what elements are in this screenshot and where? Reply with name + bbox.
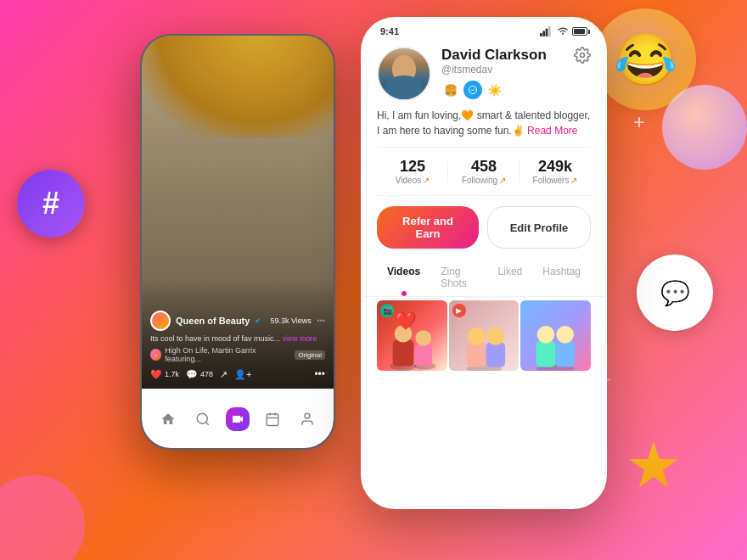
- video-caption: Its cool to have in mood of fav music...…: [150, 334, 325, 343]
- more-action[interactable]: •••: [314, 368, 325, 380]
- more-options[interactable]: •••: [317, 316, 325, 325]
- tab-zing-shots[interactable]: Zing Shots: [430, 259, 487, 296]
- svg-rect-1: [267, 414, 278, 426]
- view-more-link[interactable]: view more: [283, 334, 317, 343]
- profile-avatar: [377, 47, 431, 101]
- video-actions-row: ❤️ 1.7k 💬 478 ↗ 👤+ •••: [150, 368, 325, 380]
- following-label: Following ↗: [448, 176, 520, 185]
- svg-point-10: [581, 53, 585, 58]
- svg-point-25: [537, 326, 555, 344]
- nav-calendar[interactable]: [261, 407, 284, 431]
- edit-profile-button[interactable]: Edit Profile: [487, 206, 591, 249]
- svg-rect-9: [548, 26, 551, 36]
- svg-rect-24: [536, 341, 556, 367]
- svg-point-22: [486, 328, 504, 345]
- media-grid: 🎬 ❤️: [363, 297, 604, 507]
- followers-arrow: ↗: [570, 176, 577, 185]
- tab-hashtag[interactable]: Hashtag: [532, 259, 591, 296]
- stat-videos: 125 Videos ↗: [377, 158, 448, 185]
- video-info: Queen of Beauty ✔ 59.3k Views ••• Its co…: [142, 311, 334, 380]
- svg-point-27: [557, 326, 575, 344]
- thumb-people-1: ❤️: [377, 300, 447, 371]
- svg-text:❤️: ❤️: [395, 310, 417, 332]
- time-display: 9:41: [380, 26, 399, 36]
- badge-food: 🍔: [441, 81, 460, 99]
- left-phone-screen: Queen of Beauty ✔ 59.3k Views ••• Its co…: [142, 36, 334, 448]
- like-action[interactable]: ❤️ 1.7k: [150, 369, 179, 380]
- following-count: 458: [448, 158, 520, 176]
- profile-tabs: Videos Zing Shots Liked Hashtag: [363, 259, 604, 297]
- media-item-2[interactable]: ▶: [449, 300, 520, 371]
- videos-arrow: ↗: [423, 176, 430, 185]
- tab-liked[interactable]: Liked: [488, 259, 533, 296]
- avatar-photo: [379, 48, 430, 99]
- follow-icon: 👤+: [234, 369, 251, 380]
- music-text: High On Life, Martin Garrix featuring...: [165, 346, 288, 363]
- status-bar: 9:41: [363, 20, 604, 40]
- profile-info: David Clarkson @itsmedav 🍔 ☀️: [441, 47, 564, 99]
- profile-handle: @itsmedav: [441, 64, 564, 76]
- badge-sun: ☀️: [486, 81, 504, 99]
- left-phone: Queen of Beauty ✔ 59.3k Views ••• Its co…: [140, 34, 335, 450]
- svg-rect-8: [546, 29, 548, 36]
- tab-videos[interactable]: Videos: [377, 259, 430, 296]
- video-music-row: ♪ High On Life, Martin Garrix featuring.…: [150, 346, 325, 363]
- video-avatar: [150, 311, 171, 331]
- right-phone: 9:41: [361, 17, 607, 509]
- svg-rect-7: [542, 31, 545, 36]
- media-item-1[interactable]: 🎬 ❤️: [377, 300, 447, 371]
- nav-video[interactable]: [226, 407, 250, 431]
- svg-rect-13: [393, 339, 414, 366]
- video-username: Queen of Beauty: [176, 316, 250, 326]
- more-dots-icon: •••: [314, 368, 325, 380]
- refer-earn-button[interactable]: Refer and Earn: [377, 206, 479, 249]
- followers-count: 249k: [520, 158, 591, 176]
- nav-home[interactable]: [156, 407, 180, 431]
- share-icon: ↗: [220, 369, 227, 380]
- svg-rect-26: [556, 341, 576, 367]
- heart-icon: ❤️: [150, 369, 162, 380]
- media-item-3[interactable]: [520, 300, 591, 371]
- comment-action[interactable]: 💬 478: [186, 369, 213, 380]
- profile-header: David Clarkson @itsmedav 🍔 ☀️: [363, 40, 604, 108]
- avatar-body: [385, 76, 423, 99]
- followers-label: Followers ↗: [520, 176, 591, 185]
- svg-point-20: [467, 328, 485, 345]
- comment-count: 478: [200, 370, 213, 378]
- right-phone-screen: 9:41: [363, 20, 604, 507]
- svg-point-0: [197, 413, 207, 423]
- wifi-icon: [557, 26, 569, 36]
- battery-icon: [572, 27, 587, 36]
- badge-verified: [463, 81, 482, 99]
- views-text: 59.3k Views: [270, 316, 311, 325]
- share-action[interactable]: ↗: [220, 369, 227, 380]
- bottom-navigation: [142, 389, 334, 448]
- like-count: 1.7k: [165, 370, 179, 378]
- stat-followers: 249k Followers ↗: [520, 158, 591, 185]
- nav-profile[interactable]: [295, 407, 319, 431]
- svg-rect-21: [486, 343, 505, 367]
- profile-actions: Refer and Earn Edit Profile: [363, 196, 604, 259]
- hair-overlay: [142, 36, 334, 137]
- follow-action[interactable]: 👤+: [234, 369, 251, 380]
- nav-search[interactable]: [191, 407, 215, 431]
- svg-rect-15: [414, 344, 432, 367]
- svg-point-5: [305, 413, 310, 418]
- following-arrow: ↗: [499, 176, 506, 185]
- stat-following: 458 Following ↗: [448, 158, 520, 185]
- videos-label: Videos ↗: [377, 176, 448, 185]
- video-user-row: Queen of Beauty ✔ 59.3k Views •••: [150, 311, 325, 331]
- settings-button[interactable]: [574, 47, 591, 68]
- status-icons: [540, 26, 587, 36]
- read-more-link[interactable]: Read More: [527, 125, 577, 137]
- thumb-people-3: [520, 300, 591, 371]
- verified-icon: ✔: [255, 316, 261, 325]
- profile-badges: 🍔 ☀️: [441, 81, 564, 99]
- profile-stats: 125 Videos ↗ 458 Following ↗ 249k: [377, 147, 591, 196]
- original-badge: Original: [295, 350, 325, 360]
- music-icon: ♪: [150, 349, 161, 361]
- profile-bio: Hi, I am fun loving,🧡 smart & talented b…: [363, 108, 604, 147]
- svg-rect-19: [466, 343, 486, 367]
- profile-name: David Clarkson: [441, 47, 564, 64]
- video-background: [142, 36, 334, 448]
